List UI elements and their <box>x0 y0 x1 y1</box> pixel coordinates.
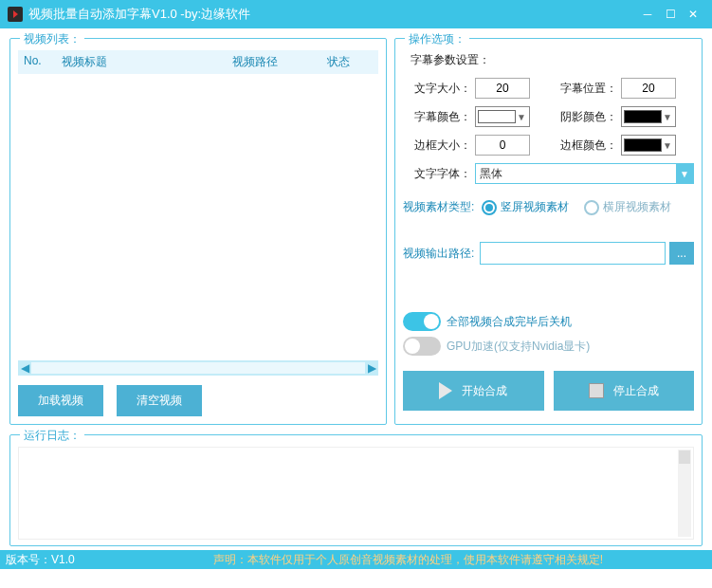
titlebar: 视频批量自动添加字幕V1.0 -by:边缘软件 ─ ☐ ✕ <box>0 0 712 28</box>
border-size-label: 边框大小： <box>403 138 471 154</box>
gpu-toggle[interactable] <box>403 337 441 356</box>
font-pos-label: 字幕位置： <box>549 81 617 97</box>
options-title: 操作选项： <box>405 31 469 47</box>
border-size-input[interactable] <box>475 135 530 156</box>
shadow-color-picker[interactable]: ▼ <box>621 106 676 127</box>
font-size-label: 文字大小： <box>403 81 471 97</box>
stop-icon <box>589 383 604 398</box>
load-video-button[interactable]: 加载视频 <box>18 385 103 416</box>
font-family-value: 黑体 <box>480 166 676 182</box>
options-group: 操作选项： 字幕参数设置： 文字大小： 字幕位置： 字幕颜色： ▼ 阴影颜色： … <box>394 38 703 425</box>
sub-color-label: 字幕颜色： <box>403 109 471 125</box>
stop-button[interactable]: 停止合成 <box>554 371 695 411</box>
scroll-left-icon[interactable]: ◀ <box>18 361 31 375</box>
disclaimer-text: 声明：本软件仅用于个人原创音视频素材的处理，使用本软件请遵守相关规定! <box>110 552 706 568</box>
shutdown-label: 全部视频合成完毕后关机 <box>447 314 572 330</box>
log-group: 运行日志： <box>9 434 703 546</box>
maximize-button[interactable]: ☐ <box>659 3 682 26</box>
video-list-title: 视频列表： <box>20 31 84 47</box>
shutdown-toggle[interactable] <box>403 312 441 331</box>
border-color-label: 边框颜色： <box>549 138 617 154</box>
col-title: 视频标题 <box>62 54 232 70</box>
app-icon <box>8 7 23 22</box>
window-title: 视频批量自动添加字幕V1.0 -by:边缘软件 <box>28 6 636 23</box>
vertical-material-radio[interactable]: 竖屏视频素材 <box>482 199 569 215</box>
version-label: 版本号：V1.0 <box>6 552 110 568</box>
table-header: No. 视频标题 视频路径 状态 <box>18 50 378 74</box>
minimize-button[interactable]: ─ <box>636 3 659 26</box>
output-path-input[interactable] <box>480 242 666 265</box>
log-title: 运行日志： <box>20 428 84 444</box>
font-family-label: 文字字体： <box>403 166 471 182</box>
sub-color-picker[interactable]: ▼ <box>475 106 530 127</box>
settings-header: 字幕参数设置： <box>411 52 694 68</box>
shadow-color-label: 阴影颜色： <box>549 109 617 125</box>
col-no: No. <box>24 54 62 70</box>
output-path-label: 视频输出路径: <box>403 246 474 262</box>
table-body[interactable] <box>18 74 378 358</box>
col-status: 状态 <box>327 54 365 70</box>
font-size-input[interactable] <box>475 78 530 99</box>
border-color-picker[interactable]: ▼ <box>621 135 676 156</box>
log-scrollbar[interactable] <box>678 450 691 537</box>
font-family-select[interactable]: 黑体 ▼ <box>475 163 694 184</box>
gpu-label: GPU加速(仅支持Nvidia显卡) <box>447 339 590 355</box>
col-path: 视频路径 <box>232 54 327 70</box>
horizontal-material-radio[interactable]: 横屏视频素材 <box>584 199 671 215</box>
log-area[interactable] <box>18 447 694 540</box>
scroll-track[interactable] <box>31 362 365 374</box>
status-bar: 版本号：V1.0 声明：本软件仅用于个人原创音视频素材的处理，使用本软件请遵守相… <box>0 550 712 569</box>
close-button[interactable]: ✕ <box>682 3 704 26</box>
start-button[interactable]: 开始合成 <box>403 371 544 411</box>
horizontal-scrollbar[interactable]: ◀ ▶ <box>18 360 378 376</box>
browse-path-button[interactable]: ... <box>669 242 694 265</box>
scroll-right-icon[interactable]: ▶ <box>365 361 378 375</box>
play-icon <box>439 382 452 399</box>
video-list-group: 视频列表： No. 视频标题 视频路径 状态 ◀ ▶ 加载视频 清空视频 <box>9 38 387 425</box>
dropdown-icon: ▼ <box>676 164 693 183</box>
clear-video-button[interactable]: 清空视频 <box>117 385 202 416</box>
material-type-label: 视频素材类型: <box>403 199 474 215</box>
font-pos-input[interactable] <box>621 78 676 99</box>
